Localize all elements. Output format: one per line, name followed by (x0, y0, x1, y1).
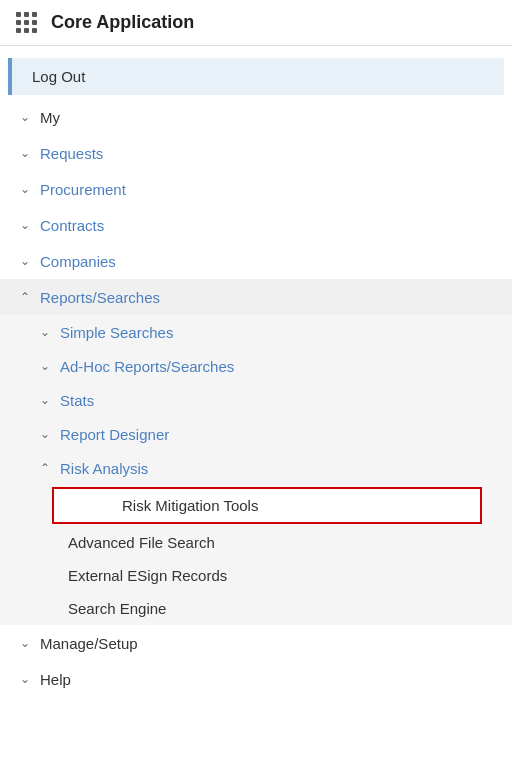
nav-item-requests[interactable]: ⌄ Requests (0, 135, 512, 171)
sub-item-report-designer[interactable]: ⌄ Report Designer (0, 417, 512, 451)
chevron-down-icon: ⌄ (36, 391, 54, 409)
external-esign-records-item[interactable]: External ESign Records (0, 559, 512, 592)
sub-item-stats[interactable]: ⌄ Stats (0, 383, 512, 417)
search-engine-label: Search Engine (68, 600, 166, 617)
chevron-down-icon: ⌄ (16, 252, 34, 270)
nav-item-label: Companies (40, 253, 116, 270)
chevron-down-icon: ⌄ (16, 144, 34, 162)
sub-item-label: Simple Searches (60, 324, 173, 341)
risk-mitigation-tools-item[interactable]: Risk Mitigation Tools (52, 487, 482, 524)
nav-item-label: Manage/Setup (40, 635, 138, 652)
nav-item-label: Help (40, 671, 71, 688)
chevron-up-icon: ⌃ (36, 459, 54, 477)
sub-item-label: Ad-Hoc Reports/Searches (60, 358, 234, 375)
search-engine-item[interactable]: Search Engine (0, 592, 512, 625)
chevron-down-icon: ⌄ (16, 634, 34, 652)
app-title: Core Application (51, 12, 194, 33)
sub-item-label: Stats (60, 392, 94, 409)
sub-item-adhoc-reports[interactable]: ⌄ Ad-Hoc Reports/Searches (0, 349, 512, 383)
chevron-down-icon: ⌄ (36, 425, 54, 443)
advanced-file-search-item[interactable]: Advanced File Search (0, 526, 512, 559)
risk-mitigation-tools-label: Risk Mitigation Tools (122, 497, 258, 514)
chevron-down-icon: ⌄ (16, 180, 34, 198)
sub-item-simple-searches[interactable]: ⌄ Simple Searches (0, 315, 512, 349)
navigation: Log Out ⌄ My ⌄ Requests ⌄ Procurement ⌄ … (0, 46, 512, 705)
chevron-down-icon: ⌄ (36, 357, 54, 375)
advanced-file-search-label: Advanced File Search (68, 534, 215, 551)
nav-item-label: Reports/Searches (40, 289, 160, 306)
chevron-down-icon: ⌄ (16, 670, 34, 688)
nav-item-help[interactable]: ⌄ Help (0, 661, 512, 697)
nav-item-reports-searches[interactable]: ⌃ Reports/Searches (0, 279, 512, 315)
nav-item-manage-setup[interactable]: ⌄ Manage/Setup (0, 625, 512, 661)
grid-icon[interactable] (16, 12, 37, 33)
sub-item-label: Report Designer (60, 426, 169, 443)
nav-item-label: Procurement (40, 181, 126, 198)
nav-item-procurement[interactable]: ⌄ Procurement (0, 171, 512, 207)
nav-item-label: My (40, 109, 60, 126)
sub-item-label: Risk Analysis (60, 460, 148, 477)
logout-label: Log Out (32, 68, 85, 85)
chevron-down-icon: ⌄ (16, 216, 34, 234)
chevron-down-icon: ⌄ (36, 323, 54, 341)
chevron-down-icon: ⌄ (16, 108, 34, 126)
nav-item-contracts[interactable]: ⌄ Contracts (0, 207, 512, 243)
reports-sub-section: ⌄ Simple Searches ⌄ Ad-Hoc Reports/Searc… (0, 315, 512, 625)
external-esign-records-label: External ESign Records (68, 567, 227, 584)
nav-item-label: Contracts (40, 217, 104, 234)
app-header: Core Application (0, 0, 512, 46)
chevron-up-icon: ⌃ (16, 288, 34, 306)
nav-item-my[interactable]: ⌄ My (0, 99, 512, 135)
logout-item[interactable]: Log Out (8, 58, 504, 95)
nav-item-companies[interactable]: ⌄ Companies (0, 243, 512, 279)
nav-item-label: Requests (40, 145, 103, 162)
sub-item-risk-analysis[interactable]: ⌃ Risk Analysis (0, 451, 512, 485)
